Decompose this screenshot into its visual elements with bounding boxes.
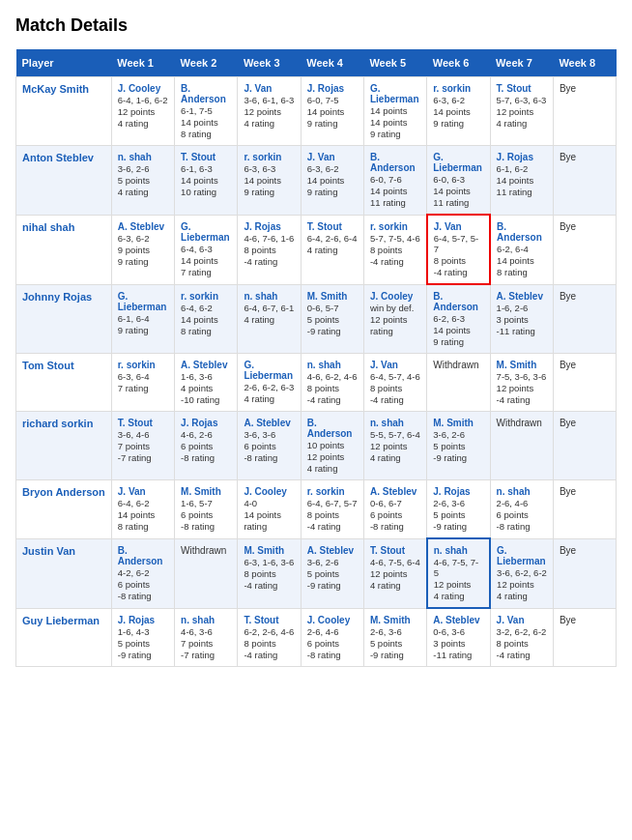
match-rating: -9 rating bbox=[433, 521, 483, 532]
player-name: richard sorkin bbox=[16, 412, 112, 480]
opponent-name: J. Rojas bbox=[181, 418, 231, 428]
week-cell-w6: B. Anderson6-2, 6-314 points9 rating bbox=[427, 284, 490, 354]
table-row: nihal shahA. Steblev6-3, 6-29 points9 ra… bbox=[16, 215, 617, 284]
match-rating: 8 rating bbox=[181, 129, 231, 139]
match-score: 0-6, 5-7 bbox=[307, 303, 358, 313]
week-cell-w2: T. Stout6-1, 6-314 points10 rating bbox=[175, 146, 238, 216]
match-rating: -7 rating bbox=[181, 650, 231, 660]
match-points: 12 points bbox=[118, 106, 168, 117]
week-cell-w3: r. sorkin6-3, 6-314 points9 rating bbox=[238, 146, 301, 216]
column-header-week-2: Week 2 bbox=[175, 49, 238, 77]
week-cell-w1: J. Rojas1-6, 4-35 points-9 rating bbox=[111, 608, 174, 667]
match-rating: -9 rating bbox=[307, 326, 358, 336]
week-cell-w8: Bye bbox=[553, 354, 616, 412]
match-rating: -11 rating bbox=[497, 326, 547, 336]
match-score: 6-4, 6-7, 5-7 bbox=[307, 498, 358, 508]
opponent-name: T. Stout bbox=[244, 615, 294, 625]
week-cell-w6: A. Steblev0-6, 3-63 points-11 rating bbox=[427, 608, 490, 667]
match-points: 6 points bbox=[497, 509, 547, 520]
week-cell-w2: Withdrawn bbox=[175, 538, 238, 608]
week-cell-w8: Bye bbox=[553, 608, 616, 667]
match-rating: 4 rating bbox=[370, 452, 420, 463]
match-rating: -8 rating bbox=[370, 521, 420, 532]
table-row: richard sorkinT. Stout3-6, 4-67 points-7… bbox=[16, 412, 617, 480]
opponent-name: n. shah bbox=[497, 486, 547, 497]
match-score: 6-0, 6-3 bbox=[433, 174, 483, 185]
week-cell-w1: G. Lieberman6-1, 6-49 rating bbox=[111, 284, 174, 354]
opponent-name: M. Smith bbox=[433, 418, 483, 428]
week-cell-w3: n. shah6-4, 6-7, 6-14 rating bbox=[238, 284, 301, 354]
opponent-name: n. shah bbox=[370, 418, 420, 428]
match-rating: 11 rating bbox=[497, 187, 547, 197]
opponent-name: J. Van bbox=[434, 221, 483, 232]
match-rating: -8 rating bbox=[497, 521, 547, 532]
match-rating: -9 rating bbox=[433, 452, 483, 463]
match-rating: -9 rating bbox=[118, 650, 168, 660]
match-rating: 8 rating bbox=[118, 521, 168, 532]
week-cell-w8: Bye bbox=[553, 412, 616, 480]
match-score: win by def. bbox=[370, 303, 420, 313]
week-cell-w1: J. Cooley6-4, 1-6, 6-212 points4 rating bbox=[111, 77, 174, 146]
match-score: 6-1, 7-5 bbox=[181, 105, 231, 116]
match-rating: 8 rating bbox=[181, 326, 231, 336]
match-rating: 4 rating bbox=[497, 118, 547, 129]
match-points: 14 points bbox=[433, 106, 483, 117]
match-rating: 4 rating bbox=[244, 118, 294, 129]
match-rating: -4 rating bbox=[244, 650, 294, 660]
match-rating: -8 rating bbox=[181, 521, 231, 532]
match-score: 6-3, 6-2 bbox=[307, 163, 358, 174]
match-points: 8 points bbox=[244, 568, 294, 579]
week-cell-w5: J. Cooleywin by def.12 pointsrating bbox=[363, 284, 426, 354]
opponent-name: T. Stout bbox=[370, 545, 420, 556]
week-cell-w1: r. sorkin6-3, 6-47 rating bbox=[111, 354, 174, 412]
match-score: 4-6, 7-6, 1-6 bbox=[244, 233, 294, 244]
match-rating: 4 rating bbox=[118, 187, 168, 197]
match-points: 12 points bbox=[370, 568, 420, 579]
opponent-name: B. Anderson bbox=[181, 83, 231, 104]
match-rating: 9 rating bbox=[433, 336, 483, 347]
opponent-name: A. Steblev bbox=[244, 418, 294, 428]
match-rating: -4 rating bbox=[370, 394, 420, 405]
table-row: McKay SmithJ. Cooley6-4, 1-6, 6-212 poin… bbox=[16, 77, 617, 146]
match-score: 2-6, 3-6 bbox=[433, 498, 483, 508]
opponent-name: J. Cooley bbox=[307, 615, 358, 625]
week-cell-w4: M. Smith0-6, 5-75 points-9 rating bbox=[301, 284, 363, 354]
match-rating: -9 rating bbox=[307, 580, 358, 591]
opponent-name: B. Anderson bbox=[118, 545, 168, 566]
week-cell-w2: A. Steblev1-6, 3-64 points-10 rating bbox=[175, 354, 238, 412]
match-points: 12 points bbox=[497, 383, 547, 393]
match-rating: -8 rating bbox=[118, 591, 168, 601]
match-score: 6-4, 5-7, 4-6 bbox=[370, 371, 420, 382]
bye-label: Bye bbox=[560, 545, 610, 556]
bye-label: Bye bbox=[560, 291, 610, 302]
week-cell-w6: Withdrawn bbox=[427, 354, 490, 412]
match-rating: -8 rating bbox=[181, 452, 231, 463]
week-cell-w7: G. Lieberman3-6, 6-2, 6-212 points4 rati… bbox=[490, 538, 553, 608]
match-points: 12 points bbox=[497, 106, 547, 117]
week-cell-w3: M. Smith6-3, 1-6, 3-68 points-4 rating bbox=[238, 538, 301, 608]
match-rating: -11 rating bbox=[433, 650, 483, 660]
match-details-table: PlayerWeek 1Week 2Week 3Week 4Week 5Week… bbox=[15, 49, 617, 667]
match-score: 6-0, 7-6 bbox=[370, 174, 420, 185]
week-cell-w4: J. Van6-3, 6-214 points9 rating bbox=[301, 146, 363, 216]
match-score: 6-4, 6-7, 6-1 bbox=[244, 303, 294, 313]
match-score: 6-3, 6-2 bbox=[118, 233, 168, 244]
match-score: 6-1, 6-4 bbox=[118, 313, 168, 324]
match-score: 4-6, 6-2, 4-6 bbox=[307, 371, 358, 382]
match-points: 4 rating bbox=[244, 393, 294, 404]
opponent-name: G. Lieberman bbox=[370, 83, 420, 104]
match-score: 6-1, 6-2 bbox=[497, 163, 547, 174]
week-cell-w6: M. Smith3-6, 2-65 points-9 rating bbox=[427, 412, 490, 480]
opponent-name: J. Van bbox=[497, 615, 547, 625]
week-cell-w7: B. Anderson6-2, 6-414 points8 rating bbox=[490, 215, 553, 284]
match-points: 5 points bbox=[307, 314, 358, 325]
opponent-name: r. sorkin bbox=[118, 360, 168, 370]
match-points: 8 points bbox=[497, 638, 547, 649]
week-cell-w3: J. Cooley4-014 pointsrating bbox=[238, 480, 301, 539]
match-points: 14 points bbox=[181, 255, 231, 266]
match-score: 6-4, 5-7, 5-7 bbox=[434, 233, 483, 254]
match-score: 0-6, 6-7 bbox=[370, 498, 420, 508]
week-cell-w5: B. Anderson6-0, 7-614 points11 rating bbox=[363, 146, 426, 216]
bye-label: Bye bbox=[560, 418, 610, 428]
bye-label: Bye bbox=[560, 615, 610, 625]
